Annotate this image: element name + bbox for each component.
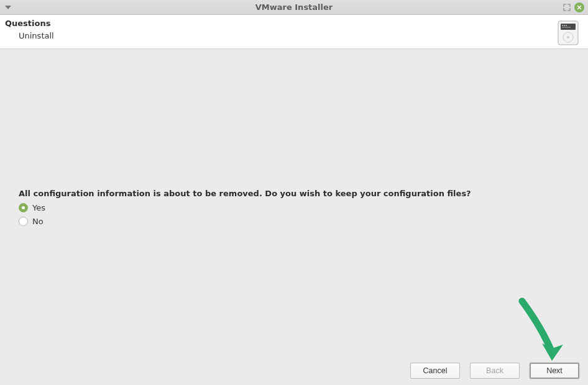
svg-rect-5	[562, 27, 571, 28]
radio-group: Yes No	[19, 203, 45, 230]
svg-rect-3	[564, 25, 565, 26]
button-bar: Cancel Back Next	[0, 356, 588, 385]
svg-rect-4	[566, 25, 567, 26]
svg-point-7	[567, 36, 569, 38]
header-subtitle: Uninstall	[19, 31, 54, 40]
close-icon	[577, 5, 582, 10]
header-title: Questions	[5, 19, 54, 28]
chevron-down-icon	[5, 6, 11, 9]
question-prompt: All configuration information is about t…	[19, 189, 471, 198]
radio-option-yes[interactable]: Yes	[19, 203, 45, 212]
svg-rect-2	[562, 25, 563, 26]
radio-label: Yes	[32, 203, 45, 212]
header-panel: Questions Uninstall	[0, 15, 588, 49]
radio-label: No	[32, 217, 44, 226]
radio-option-no[interactable]: No	[19, 217, 45, 226]
radio-indicator	[19, 203, 28, 212]
window-title: VMware Installer	[0, 2, 588, 12]
next-button[interactable]: Next	[530, 363, 579, 379]
maximize-icon	[563, 4, 571, 11]
window-menu-button[interactable]	[5, 6, 11, 9]
content-area: All configuration information is about t…	[0, 49, 588, 356]
back-button: Back	[470, 363, 520, 379]
radio-indicator	[19, 217, 28, 226]
maximize-button[interactable]	[563, 4, 571, 11]
drive-icon	[557, 20, 579, 46]
cancel-button[interactable]: Cancel	[410, 363, 460, 379]
close-button[interactable]	[574, 2, 584, 12]
titlebar: VMware Installer	[0, 0, 588, 15]
